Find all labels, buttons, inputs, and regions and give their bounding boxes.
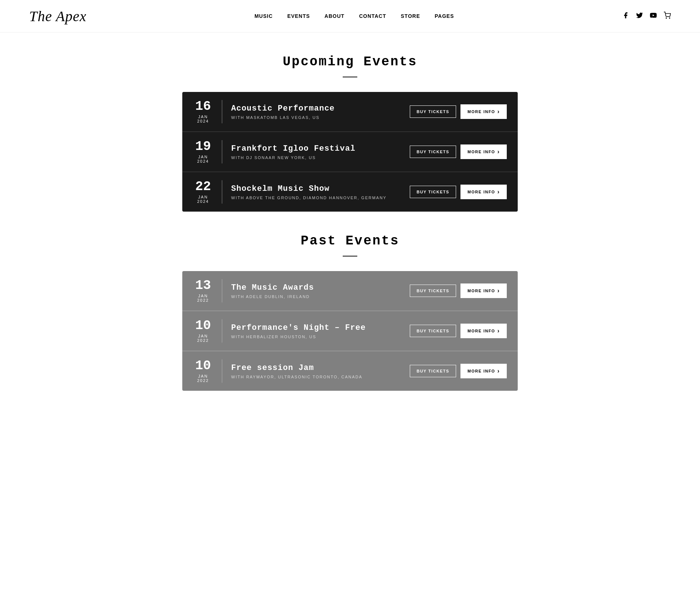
event-actions: BUY TICKETS MORE INFO	[410, 144, 507, 159]
nav-item-events[interactable]: EVENTS	[287, 13, 310, 19]
past-events-list: 13 JAN 2022 The Music Awards WITH ADELE …	[182, 271, 518, 391]
event-actions: BUY TICKETS MORE INFO	[410, 364, 507, 378]
event-date: 19 JAN 2024	[193, 140, 222, 163]
event-info: Shockelm Music Show WITH ABOVE THE GROUN…	[231, 184, 410, 200]
event-row: 10 JAN 2022 Free session Jam WITH RAYMAY…	[182, 351, 518, 391]
event-row: 10 JAN 2022 Performance's Night – Free W…	[182, 311, 518, 351]
event-year: 2024	[193, 199, 213, 204]
event-month: JAN	[193, 195, 213, 199]
upcoming-divider	[343, 77, 357, 77]
event-name: The Music Awards	[231, 283, 410, 292]
event-actions: BUY TICKETS MORE INFO	[410, 324, 507, 338]
upcoming-events-section: Upcoming Events 16 JAN 2024 Acoustic Per…	[182, 54, 518, 212]
event-year: 2022	[193, 338, 213, 343]
event-venue: WITH MASKATOMB LAS VEGAS, US	[231, 115, 410, 120]
event-name: Acoustic Performance	[231, 104, 410, 113]
event-day: 13	[193, 279, 213, 292]
facebook-icon[interactable]	[622, 12, 629, 21]
event-row: 13 JAN 2022 The Music Awards WITH ADELE …	[182, 271, 518, 311]
event-actions: BUY TICKETS MORE INFO	[410, 104, 507, 119]
twitter-icon[interactable]	[636, 12, 643, 21]
more-info-button[interactable]: MORE INFO	[460, 104, 507, 119]
event-month: JAN	[193, 115, 213, 119]
event-year: 2024	[193, 119, 213, 123]
event-date: 10 JAN 2022	[193, 319, 222, 343]
event-name: Free session Jam	[231, 363, 410, 373]
past-events-section: Past Events 13 JAN 2022 The Music Awards…	[182, 233, 518, 391]
svg-point-1	[666, 18, 667, 18]
more-info-button[interactable]: MORE INFO	[460, 283, 507, 298]
event-year: 2022	[193, 298, 213, 302]
event-month: JAN	[193, 374, 213, 378]
upcoming-events-list: 16 JAN 2024 Acoustic Performance WITH MA…	[182, 92, 518, 212]
buy-tickets-button[interactable]: BUY TICKETS	[410, 186, 456, 198]
more-info-button[interactable]: MORE INFO	[460, 144, 507, 159]
event-info: Acoustic Performance WITH MASKATOMB LAS …	[231, 104, 410, 120]
event-date: 16 JAN 2024	[193, 100, 222, 123]
more-info-button[interactable]: MORE INFO	[460, 364, 507, 378]
event-info: Performance's Night – Free WITH HERBALIZ…	[231, 323, 410, 339]
nav-item-music[interactable]: MUSIC	[254, 13, 273, 19]
buy-tickets-button[interactable]: BUY TICKETS	[410, 105, 456, 118]
buy-tickets-button[interactable]: BUY TICKETS	[410, 285, 456, 297]
event-day: 10	[193, 319, 213, 332]
upcoming-title: Upcoming Events	[182, 54, 518, 69]
main-content: Upcoming Events 16 JAN 2024 Acoustic Per…	[175, 32, 525, 435]
event-venue: WITH ABOVE THE GROUND, DIAMOND HANNOVER,…	[231, 196, 410, 200]
social-links	[622, 12, 671, 21]
event-venue: WITH ADELE DUBLIN, IRELAND	[231, 294, 410, 299]
past-divider	[343, 256, 357, 256]
nav-item-store[interactable]: STORE	[401, 13, 420, 19]
event-name: Performance's Night – Free	[231, 323, 410, 332]
event-day: 10	[193, 359, 213, 373]
svg-point-2	[669, 18, 670, 18]
event-venue: WITH DJ SONAAR NEW YORK, US	[231, 155, 410, 160]
event-actions: BUY TICKETS MORE INFO	[410, 185, 507, 199]
event-info: The Music Awards WITH ADELE DUBLIN, IREL…	[231, 283, 410, 299]
event-day: 16	[193, 100, 213, 113]
nav-item-about[interactable]: ABOUT	[324, 13, 345, 19]
event-info: Frankfort Igloo Festival WITH DJ SONAAR …	[231, 144, 410, 160]
buy-tickets-button[interactable]: BUY TICKETS	[410, 365, 456, 377]
event-month: JAN	[193, 334, 213, 338]
site-logo[interactable]: The Apex	[29, 7, 86, 25]
event-name: Shockelm Music Show	[231, 184, 410, 193]
event-actions: BUY TICKETS MORE INFO	[410, 283, 507, 298]
youtube-icon[interactable]	[650, 12, 657, 21]
event-venue: WITH RAYMAYOR, ULTRASONIC TORONTO, CANAD…	[231, 375, 410, 379]
event-row: 22 JAN 2024 Shockelm Music Show WITH ABO…	[182, 172, 518, 212]
event-year: 2022	[193, 378, 213, 383]
event-month: JAN	[193, 155, 213, 159]
more-info-button[interactable]: MORE INFO	[460, 324, 507, 338]
more-info-button[interactable]: MORE INFO	[460, 185, 507, 199]
event-month: JAN	[193, 294, 213, 298]
event-day: 22	[193, 180, 213, 193]
event-year: 2024	[193, 159, 213, 163]
main-nav: MUSICEVENTSABOUTCONTACTSTOREPAGES	[254, 13, 454, 19]
past-title: Past Events	[182, 233, 518, 248]
cart-icon[interactable]	[664, 12, 671, 21]
event-date: 22 JAN 2024	[193, 180, 222, 204]
buy-tickets-button[interactable]: BUY TICKETS	[410, 146, 456, 158]
event-day: 19	[193, 140, 213, 153]
site-header: The Apex MUSICEVENTSABOUTCONTACTSTOREPAG…	[0, 0, 700, 32]
event-venue: WITH HERBALIZER HOUSTON, US	[231, 335, 410, 339]
event-name: Frankfort Igloo Festival	[231, 144, 410, 153]
nav-item-contact[interactable]: CONTACT	[359, 13, 386, 19]
event-date: 10 JAN 2022	[193, 359, 222, 383]
buy-tickets-button[interactable]: BUY TICKETS	[410, 325, 456, 337]
event-date: 13 JAN 2022	[193, 279, 222, 302]
event-info: Free session Jam WITH RAYMAYOR, ULTRASON…	[231, 363, 410, 379]
event-row: 19 JAN 2024 Frankfort Igloo Festival WIT…	[182, 132, 518, 172]
nav-item-pages[interactable]: PAGES	[435, 13, 454, 19]
event-row: 16 JAN 2024 Acoustic Performance WITH MA…	[182, 92, 518, 132]
